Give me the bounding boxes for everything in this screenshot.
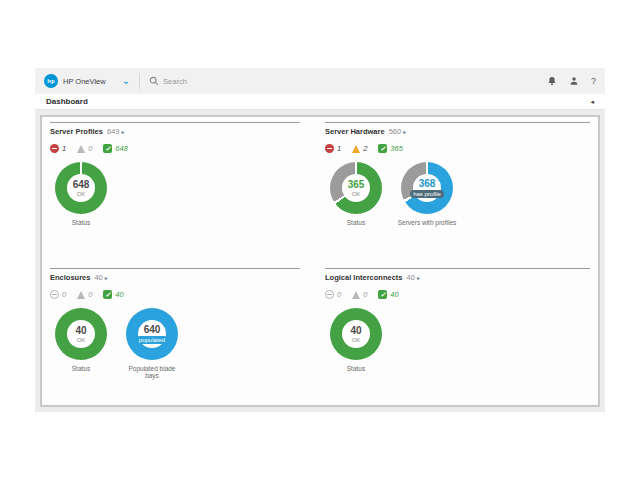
critical-icon xyxy=(325,290,334,299)
ok-status[interactable]: ✓ 365 xyxy=(378,144,403,153)
hp-logo-icon: hp xyxy=(44,74,58,88)
critical-icon xyxy=(50,144,59,153)
donut-servers-with-profiles[interactable]: 368 has profile Servers with profiles xyxy=(396,162,458,226)
bell-icon[interactable] xyxy=(547,76,557,86)
chevron-right-icon: ▸ xyxy=(417,274,420,281)
donut-status[interactable]: 40 OK Status xyxy=(325,308,387,372)
divider xyxy=(50,122,300,123)
panel-title: Server Profiles xyxy=(50,127,103,136)
app-name: HP OneView xyxy=(63,77,106,86)
donut-populated-blade-bays[interactable]: 640 populated Populated blade bays xyxy=(121,308,183,379)
warning-icon xyxy=(77,291,85,299)
search-box[interactable] xyxy=(149,76,547,86)
panel-count-link[interactable]: 560▸ xyxy=(389,127,407,136)
panel-title: Logical Interconnects xyxy=(325,273,403,282)
warning-status[interactable]: 0 xyxy=(352,290,367,299)
chevron-down-icon[interactable]: ⌄ xyxy=(122,76,130,86)
app-window: hp HP OneView ⌄ ? Dashboard ◂ xyxy=(35,68,605,412)
donut-status[interactable]: 40 OK Status xyxy=(50,308,112,379)
warning-status[interactable]: 0 xyxy=(77,290,92,299)
dashboard-panel: Server Profiles 649▸ 1 0 ✓ xyxy=(40,115,600,407)
critical-status[interactable]: 0 xyxy=(50,290,66,299)
chevron-right-icon: ▸ xyxy=(105,274,108,281)
chevron-right-icon: ▸ xyxy=(121,128,124,135)
donut-label: Populated blade bays xyxy=(121,365,183,379)
donut-label: Status xyxy=(72,219,90,226)
donut-chart: 640 populated xyxy=(126,308,178,360)
divider xyxy=(50,268,300,269)
panel-logical-interconnects: Logical Interconnects 40▸ 0 0 ✓ xyxy=(325,268,590,400)
page-title: Dashboard xyxy=(46,97,88,106)
panel-enclosures: Enclosures 40▸ 0 0 ✓ xyxy=(50,268,300,400)
panel-title: Enclosures xyxy=(50,273,90,282)
warning-icon xyxy=(77,145,85,153)
ok-check-icon: ✓ xyxy=(378,144,387,153)
ok-check-icon: ✓ xyxy=(378,290,387,299)
panel-count-link[interactable]: 40▸ xyxy=(407,273,420,282)
critical-icon xyxy=(50,290,59,299)
ok-check-icon: ✓ xyxy=(103,290,112,299)
divider xyxy=(325,268,590,269)
top-bar: hp HP OneView ⌄ ? xyxy=(35,68,605,94)
help-icon[interactable]: ? xyxy=(591,76,596,86)
divider xyxy=(139,73,140,89)
divider xyxy=(325,122,590,123)
donut-label: Servers with profiles xyxy=(398,219,457,226)
donut-label: Status xyxy=(347,219,365,226)
donut-chart: 40 OK xyxy=(55,308,107,360)
ok-check-icon: ✓ xyxy=(103,144,112,153)
warning-status[interactable]: 0 xyxy=(77,144,92,153)
panel-server-hardware: Server Hardware 560▸ 1 2 ✓ xyxy=(325,122,590,268)
donut-status[interactable]: 648 OK Status xyxy=(50,162,112,226)
collapse-panel-icon[interactable]: ◂ xyxy=(590,98,594,106)
search-input[interactable] xyxy=(163,77,283,86)
chevron-right-icon: ▸ xyxy=(403,128,406,135)
ok-status[interactable]: ✓ 648 xyxy=(103,144,128,153)
warning-icon xyxy=(352,145,360,153)
panel-server-profiles: Server Profiles 649▸ 1 0 ✓ xyxy=(50,122,300,268)
critical-status[interactable]: 1 xyxy=(50,144,66,153)
warning-status[interactable]: 2 xyxy=(352,144,367,153)
donut-label: Status xyxy=(72,365,90,372)
donut-chart: 40 OK xyxy=(330,308,382,360)
donut-status[interactable]: 365 OK Status xyxy=(325,162,387,226)
search-icon xyxy=(149,76,159,86)
ok-status[interactable]: ✓ 40 xyxy=(103,290,123,299)
warning-icon xyxy=(352,291,360,299)
donut-chart: 368 has profile xyxy=(401,162,453,214)
dashboard-content: Server Profiles 649▸ 1 0 ✓ xyxy=(35,110,605,412)
ok-status[interactable]: ✓ 40 xyxy=(378,290,398,299)
donut-chart: 365 OK xyxy=(330,162,382,214)
breadcrumb: Dashboard ◂ xyxy=(35,94,605,110)
panel-count-link[interactable]: 40▸ xyxy=(94,273,107,282)
critical-status[interactable]: 1 xyxy=(325,144,341,153)
critical-icon xyxy=(325,144,334,153)
panel-title: Server Hardware xyxy=(325,127,385,136)
donut-chart: 648 OK xyxy=(55,162,107,214)
critical-status[interactable]: 0 xyxy=(325,290,341,299)
donut-label: Status xyxy=(347,365,365,372)
panel-count-link[interactable]: 649▸ xyxy=(107,127,125,136)
user-icon[interactable] xyxy=(569,76,579,86)
